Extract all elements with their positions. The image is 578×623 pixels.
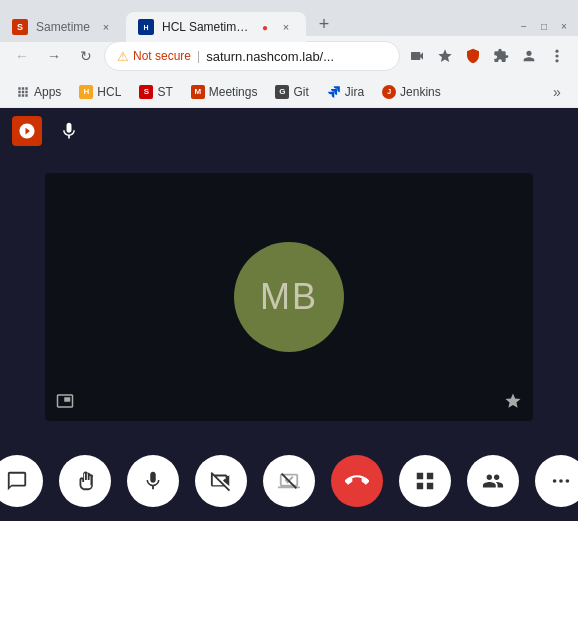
apps-favicon	[16, 85, 30, 99]
jenkins-favicon: J	[382, 85, 396, 99]
address-input[interactable]: ⚠ Not secure | saturn.nashcom.lab/...	[104, 41, 400, 71]
hcl-favicon: H	[79, 85, 93, 99]
tab-title-sametime: Sametime	[36, 20, 90, 34]
bookmark-apps[interactable]: Apps	[8, 81, 69, 103]
reload-button[interactable]: ↻	[72, 42, 100, 70]
st-favicon: S	[139, 85, 153, 99]
bookmark-apps-label: Apps	[34, 85, 61, 99]
back-button[interactable]: ←	[8, 42, 36, 70]
address-bar: ← → ↻ ⚠ Not secure | saturn.nashcom.lab/…	[0, 36, 578, 76]
tab-favicon-sametime: S	[12, 19, 28, 35]
svg-point-1	[555, 54, 558, 57]
svg-point-5	[559, 479, 563, 483]
menu-icon[interactable]	[544, 43, 570, 69]
grid-view-button[interactable]	[399, 455, 451, 507]
raise-hand-button[interactable]	[59, 455, 111, 507]
svg-point-6	[566, 479, 570, 483]
tab-close-sametime[interactable]: ×	[98, 19, 114, 35]
git-favicon: G	[275, 85, 289, 99]
video-button[interactable]	[195, 455, 247, 507]
tab-hcl-sametime[interactable]: H HCL Sametime N ● ×	[126, 12, 306, 42]
jira-favicon	[327, 85, 341, 99]
screen-share-button[interactable]	[263, 455, 315, 507]
people-button[interactable]	[467, 455, 519, 507]
address-icons	[404, 43, 570, 69]
security-warning: ⚠ Not secure	[117, 49, 191, 64]
bookmark-hcl-label: HCL	[97, 85, 121, 99]
svg-point-4	[553, 479, 557, 483]
avatar: MB	[234, 242, 344, 352]
end-call-button[interactable]	[331, 455, 383, 507]
warning-icon: ⚠	[117, 49, 129, 64]
bookmark-jira-label: Jira	[345, 85, 364, 99]
forward-button[interactable]: →	[40, 42, 68, 70]
mic-top-button[interactable]	[54, 116, 84, 146]
bookmark-git-label: Git	[293, 85, 308, 99]
bookmark-hcl[interactable]: H HCL	[71, 81, 129, 103]
tab-bar: S Sametime × H HCL Sametime N ● × + − □ …	[0, 0, 578, 36]
meeting-controls	[0, 441, 578, 521]
more-bookmarks-button[interactable]: »	[544, 79, 570, 105]
bookmark-git[interactable]: G Git	[267, 81, 316, 103]
bookmarks-bar: Apps H HCL S ST M Meetings G Git	[0, 76, 578, 108]
tab-sametime[interactable]: S Sametime ×	[0, 12, 126, 42]
url-text: saturn.nashcom.lab/...	[206, 49, 334, 64]
extensions-icon[interactable]	[488, 43, 514, 69]
maximize-button[interactable]: □	[538, 20, 550, 32]
bookmark-jenkins-label: Jenkins	[400, 85, 441, 99]
svg-point-2	[555, 59, 558, 62]
bookmark-st-label: ST	[157, 85, 172, 99]
tab-title-hcl: HCL Sametime N	[162, 20, 254, 34]
tab-close-hcl[interactable]: ×	[278, 19, 294, 35]
camera-icon[interactable]	[404, 43, 430, 69]
meetings-favicon: M	[191, 85, 205, 99]
meeting-container: MB	[0, 108, 578, 521]
star-icon[interactable]	[432, 43, 458, 69]
new-tab-button[interactable]: +	[310, 10, 338, 38]
svg-point-0	[555, 50, 558, 53]
pin-button[interactable]	[499, 387, 527, 415]
close-button[interactable]: ×	[558, 20, 570, 32]
window-controls: − □ ×	[510, 20, 578, 36]
url-separator: |	[197, 49, 200, 63]
more-options-button[interactable]	[535, 455, 578, 507]
bookmark-meetings[interactable]: M Meetings	[183, 81, 266, 103]
microphone-button[interactable]	[127, 455, 179, 507]
recording-indicator: ●	[262, 22, 268, 33]
minimize-button[interactable]: −	[518, 20, 530, 32]
sametime-logo	[12, 116, 42, 146]
account-icon[interactable]	[516, 43, 542, 69]
bookmark-jenkins[interactable]: J Jenkins	[374, 81, 449, 103]
shield-icon[interactable]	[460, 43, 486, 69]
video-panel: MB	[45, 173, 533, 421]
chat-button[interactable]	[0, 455, 43, 507]
bookmark-st[interactable]: S ST	[131, 81, 180, 103]
pip-button[interactable]	[51, 387, 79, 415]
bookmark-jira[interactable]: Jira	[319, 81, 372, 103]
video-area: MB	[0, 108, 578, 441]
browser-window: S Sametime × H HCL Sametime N ● × + − □ …	[0, 0, 578, 521]
bookmark-meetings-label: Meetings	[209, 85, 258, 99]
tab-favicon-hcl: H	[138, 19, 154, 35]
meeting-toolbar-top	[0, 108, 96, 154]
